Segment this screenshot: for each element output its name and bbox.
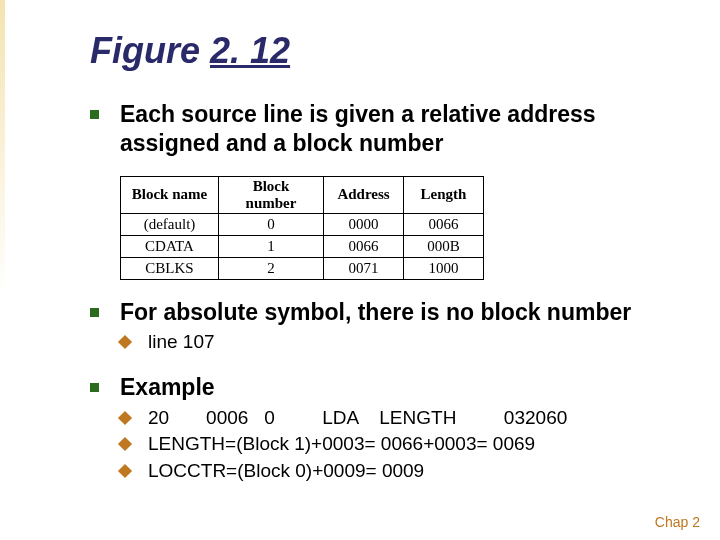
footer-chapter: Chap 2 [655,514,700,530]
bullet-3: Example 20 0006 0 LDA LENGTH 032060 LENG… [90,373,670,484]
sub-bullet: LENGTH=(Block 1)+0003= 0066+0003= 0069 [120,432,650,457]
title-part-underlined: 2. 12 [210,30,290,71]
diamond-bullet-icon [118,464,132,478]
table-row: (default) 0 0000 0066 [121,213,484,235]
sub-bullet: 20 0006 0 LDA LENGTH 032060 [120,406,650,431]
bullet-list: Each source line is given a relative add… [90,100,670,484]
bullet-3-text: Example [120,373,650,402]
bullet-2: For absolute symbol, there is no block n… [90,298,670,355]
table-row: CBLKS 2 0071 1000 [121,257,484,279]
th-length: Length [404,176,484,213]
td: 000B [404,235,484,257]
sub-bullet-text: LENGTH=(Block 1)+0003= 0066+0003= 0069 [148,432,650,457]
sub-bullet-text: LOCCTR=(Block 0)+0009= 0009 [148,459,650,484]
square-bullet-icon [90,308,99,317]
square-bullet-icon [90,110,99,119]
bullet-2-sub: line 107 [120,330,650,355]
td: 0066 [324,235,404,257]
td: CDATA [121,235,219,257]
edge-accent [0,0,5,300]
sub-bullet-text: line 107 [148,330,650,355]
td: 0 [219,213,324,235]
td: 1 [219,235,324,257]
diamond-bullet-icon [118,437,132,451]
td: (default) [121,213,219,235]
bullet-1: Each source line is given a relative add… [90,100,670,158]
diamond-bullet-icon [118,411,132,425]
title-part-plain: Figure [90,30,210,71]
square-bullet-icon [90,383,99,392]
td: 1000 [404,257,484,279]
td: CBLKS [121,257,219,279]
slide-title: Figure 2. 12 [90,30,670,72]
th-block-name: Block name [121,176,219,213]
block-table: Block name Block number Address Length (… [120,176,484,280]
td: 0071 [324,257,404,279]
sub-bullet: line 107 [120,330,650,355]
bullet-2-text: For absolute symbol, there is no block n… [120,298,650,327]
th-address: Address [324,176,404,213]
sub-bullet-text: 20 0006 0 LDA LENGTH 032060 [148,406,650,431]
diamond-bullet-icon [118,335,132,349]
th-block-number: Block number [219,176,324,213]
table-row: CDATA 1 0066 000B [121,235,484,257]
bullet-3-sub: 20 0006 0 LDA LENGTH 032060 LENGTH=(Bloc… [120,406,650,484]
slide: Figure 2. 12 Each source line is given a… [0,0,720,540]
sub-bullet: LOCCTR=(Block 0)+0009= 0009 [120,459,650,484]
td: 0000 [324,213,404,235]
block-table-wrap: Block name Block number Address Length (… [120,176,670,280]
td: 0066 [404,213,484,235]
td: 2 [219,257,324,279]
table-header-row: Block name Block number Address Length [121,176,484,213]
bullet-1-text: Each source line is given a relative add… [120,100,650,158]
